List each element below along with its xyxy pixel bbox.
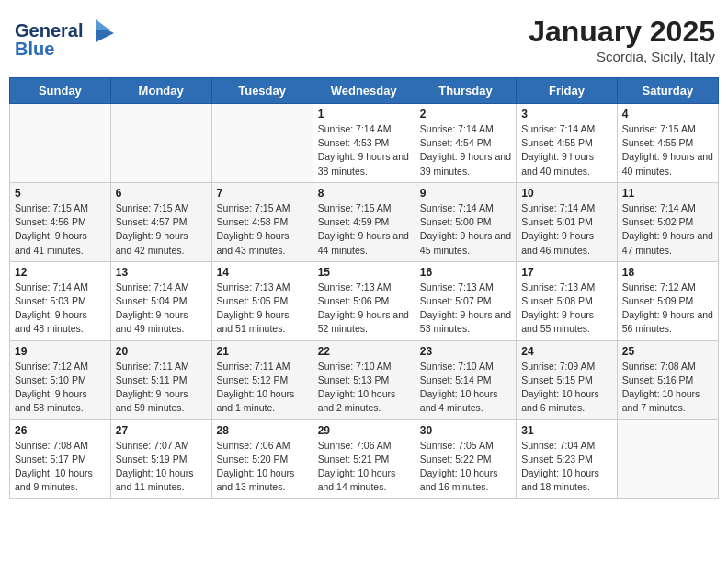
page-header: General Blue January 2025 Scordia, Sicil… [9, 9, 719, 70]
calendar-week-row: 12Sunrise: 7:14 AM Sunset: 5:03 PM Dayli… [10, 261, 719, 340]
day-number: 4 [622, 108, 713, 121]
weekday-header-thursday: Thursday [415, 78, 516, 104]
calendar-cell: 22Sunrise: 7:10 AM Sunset: 5:13 PM Dayli… [313, 340, 415, 419]
calendar-title: January 2025 [529, 15, 715, 49]
day-info: Sunrise: 7:12 AM Sunset: 5:10 PM Dayligh… [15, 360, 106, 416]
day-info: Sunrise: 7:12 AM Sunset: 5:09 PM Dayligh… [622, 281, 713, 337]
calendar-cell: 31Sunrise: 7:04 AM Sunset: 5:23 PM Dayli… [517, 419, 618, 499]
logo-wordmark: General Blue [13, 15, 114, 64]
calendar-cell [110, 104, 211, 183]
day-info: Sunrise: 7:13 AM Sunset: 5:07 PM Dayligh… [420, 281, 511, 337]
calendar-cell: 26Sunrise: 7:08 AM Sunset: 5:17 PM Dayli… [10, 419, 111, 499]
day-info: Sunrise: 7:10 AM Sunset: 5:14 PM Dayligh… [420, 360, 511, 416]
day-number: 17 [521, 266, 612, 279]
day-number: 31 [521, 424, 612, 437]
day-number: 23 [420, 345, 511, 358]
day-number: 22 [318, 345, 410, 358]
calendar-cell: 3Sunrise: 7:14 AM Sunset: 4:55 PM Daylig… [517, 104, 618, 183]
day-number: 19 [15, 345, 106, 358]
calendar-table: SundayMondayTuesdayWednesdayThursdayFrid… [9, 77, 719, 499]
day-info: Sunrise: 7:04 AM Sunset: 5:23 PM Dayligh… [521, 439, 612, 495]
day-info: Sunrise: 7:15 AM Sunset: 4:56 PM Dayligh… [15, 201, 106, 258]
calendar-week-row: 19Sunrise: 7:12 AM Sunset: 5:10 PM Dayli… [10, 340, 719, 419]
calendar-cell: 2Sunrise: 7:14 AM Sunset: 4:54 PM Daylig… [415, 104, 516, 183]
calendar-cell: 9Sunrise: 7:14 AM Sunset: 5:00 PM Daylig… [415, 182, 516, 261]
day-info: Sunrise: 7:14 AM Sunset: 5:04 PM Dayligh… [116, 281, 207, 337]
day-number: 24 [521, 345, 612, 358]
calendar-cell: 18Sunrise: 7:12 AM Sunset: 5:09 PM Dayli… [617, 261, 718, 340]
svg-text:General: General [15, 20, 83, 40]
weekday-header-monday: Monday [110, 78, 211, 104]
calendar-cell: 17Sunrise: 7:13 AM Sunset: 5:08 PM Dayli… [517, 261, 618, 340]
calendar-cell: 25Sunrise: 7:08 AM Sunset: 5:16 PM Dayli… [617, 340, 718, 419]
day-info: Sunrise: 7:05 AM Sunset: 5:22 PM Dayligh… [420, 439, 511, 495]
calendar-cell: 19Sunrise: 7:12 AM Sunset: 5:10 PM Dayli… [10, 340, 111, 419]
calendar-cell [10, 104, 111, 183]
day-info: Sunrise: 7:14 AM Sunset: 5:03 PM Dayligh… [15, 281, 106, 337]
weekday-header-sunday: Sunday [10, 78, 111, 104]
calendar-week-row: 1Sunrise: 7:14 AM Sunset: 4:53 PM Daylig… [10, 104, 719, 183]
day-number: 7 [217, 187, 308, 200]
day-number: 11 [622, 187, 713, 200]
calendar-cell: 12Sunrise: 7:14 AM Sunset: 5:03 PM Dayli… [10, 261, 111, 340]
calendar-cell: 15Sunrise: 7:13 AM Sunset: 5:06 PM Dayli… [313, 261, 415, 340]
calendar-cell: 23Sunrise: 7:10 AM Sunset: 5:14 PM Dayli… [415, 340, 516, 419]
day-info: Sunrise: 7:08 AM Sunset: 5:16 PM Dayligh… [622, 360, 713, 416]
calendar-cell: 20Sunrise: 7:11 AM Sunset: 5:11 PM Dayli… [110, 340, 211, 419]
calendar-cell: 4Sunrise: 7:15 AM Sunset: 4:55 PM Daylig… [617, 104, 718, 183]
day-info: Sunrise: 7:15 AM Sunset: 4:59 PM Dayligh… [318, 201, 410, 258]
day-number: 18 [622, 266, 713, 279]
calendar-title-block: January 2025 Scordia, Sicily, Italy [529, 15, 715, 64]
calendar-cell: 28Sunrise: 7:06 AM Sunset: 5:20 PM Dayli… [211, 419, 313, 499]
day-info: Sunrise: 7:06 AM Sunset: 5:21 PM Dayligh… [318, 439, 410, 495]
day-number: 29 [318, 424, 410, 437]
day-info: Sunrise: 7:14 AM Sunset: 5:01 PM Dayligh… [521, 201, 612, 258]
calendar-cell: 5Sunrise: 7:15 AM Sunset: 4:56 PM Daylig… [10, 182, 111, 261]
calendar-cell [617, 419, 718, 499]
day-number: 16 [420, 266, 511, 279]
day-info: Sunrise: 7:11 AM Sunset: 5:12 PM Dayligh… [217, 360, 308, 416]
svg-text:Blue: Blue [15, 39, 54, 59]
calendar-cell: 29Sunrise: 7:06 AM Sunset: 5:21 PM Dayli… [313, 419, 415, 499]
calendar-cell: 27Sunrise: 7:07 AM Sunset: 5:19 PM Dayli… [110, 419, 211, 499]
day-number: 10 [521, 187, 612, 200]
calendar-cell: 21Sunrise: 7:11 AM Sunset: 5:12 PM Dayli… [211, 340, 313, 419]
calendar-cell: 14Sunrise: 7:13 AM Sunset: 5:05 PM Dayli… [211, 261, 313, 340]
calendar-subtitle: Scordia, Sicily, Italy [529, 49, 715, 64]
day-number: 13 [116, 266, 207, 279]
day-number: 2 [420, 108, 511, 121]
day-number: 14 [217, 266, 308, 279]
calendar-week-row: 5Sunrise: 7:15 AM Sunset: 4:56 PM Daylig… [10, 182, 719, 261]
calendar-cell: 6Sunrise: 7:15 AM Sunset: 4:57 PM Daylig… [110, 182, 211, 261]
day-number: 8 [318, 187, 410, 200]
day-number: 21 [217, 345, 308, 358]
day-number: 15 [318, 266, 410, 279]
calendar-cell: 30Sunrise: 7:05 AM Sunset: 5:22 PM Dayli… [415, 419, 516, 499]
day-info: Sunrise: 7:06 AM Sunset: 5:20 PM Dayligh… [217, 439, 308, 495]
day-number: 9 [420, 187, 511, 200]
day-number: 20 [116, 345, 207, 358]
calendar-week-row: 26Sunrise: 7:08 AM Sunset: 5:17 PM Dayli… [10, 419, 719, 499]
day-info: Sunrise: 7:15 AM Sunset: 4:55 PM Dayligh… [622, 122, 713, 178]
weekday-header-friday: Friday [517, 78, 618, 104]
day-number: 12 [15, 266, 106, 279]
weekday-header-wednesday: Wednesday [313, 78, 415, 104]
day-info: Sunrise: 7:10 AM Sunset: 5:13 PM Dayligh… [318, 360, 410, 416]
day-number: 28 [217, 424, 308, 437]
weekday-header-saturday: Saturday [617, 78, 718, 104]
weekday-header-row: SundayMondayTuesdayWednesdayThursdayFrid… [10, 78, 719, 104]
day-info: Sunrise: 7:11 AM Sunset: 5:11 PM Dayligh… [116, 360, 207, 416]
day-number: 1 [318, 108, 410, 121]
day-number: 26 [15, 424, 106, 437]
day-info: Sunrise: 7:14 AM Sunset: 5:02 PM Dayligh… [622, 201, 713, 258]
day-info: Sunrise: 7:09 AM Sunset: 5:15 PM Dayligh… [521, 360, 612, 416]
day-number: 27 [116, 424, 207, 437]
day-number: 3 [521, 108, 612, 121]
calendar-cell: 7Sunrise: 7:15 AM Sunset: 4:58 PM Daylig… [211, 182, 313, 261]
day-info: Sunrise: 7:14 AM Sunset: 4:53 PM Dayligh… [318, 122, 410, 178]
day-info: Sunrise: 7:13 AM Sunset: 5:08 PM Dayligh… [521, 281, 612, 337]
day-number: 5 [15, 187, 106, 200]
day-number: 30 [420, 424, 511, 437]
day-info: Sunrise: 7:13 AM Sunset: 5:05 PM Dayligh… [217, 281, 308, 337]
svg-marker-3 [96, 19, 110, 30]
